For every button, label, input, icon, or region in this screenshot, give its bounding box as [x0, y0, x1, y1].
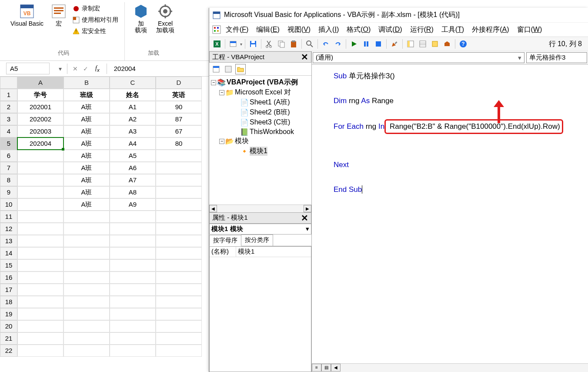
vba-menu-item[interactable]: 外接程序(A) — [468, 24, 512, 35]
cell[interactable] — [110, 211, 156, 223]
close-icon[interactable]: ✕ — [301, 214, 308, 222]
cell[interactable] — [156, 296, 202, 308]
procedure-view-button[interactable]: ≡ — [312, 364, 321, 372]
row-header[interactable]: 15 — [0, 259, 17, 271]
macro-security-button[interactable]: ! 宏安全性 — [71, 27, 119, 36]
object-browser-button[interactable] — [430, 39, 440, 49]
stop-button[interactable] — [373, 39, 384, 49]
name-box[interactable] — [6, 63, 50, 74]
cell[interactable]: A班 — [63, 162, 110, 174]
paste-button[interactable] — [288, 39, 299, 49]
cell[interactable] — [63, 247, 110, 259]
row-header[interactable]: 17 — [0, 284, 17, 296]
accept-formula-button[interactable]: ✓ — [80, 64, 91, 74]
cell[interactable]: A班 — [63, 113, 110, 125]
row-header[interactable]: 21 — [0, 332, 17, 345]
cell[interactable]: A班 — [63, 101, 110, 113]
cell[interactable] — [63, 271, 110, 284]
insert-button[interactable] — [228, 39, 238, 49]
cell[interactable] — [63, 211, 110, 223]
view-object-button[interactable] — [223, 64, 234, 74]
cell[interactable] — [63, 332, 110, 345]
cell[interactable]: A班 — [63, 186, 110, 198]
cell[interactable]: 班级 — [63, 89, 110, 101]
cell[interactable] — [110, 320, 156, 332]
row-header[interactable]: 16 — [0, 271, 17, 284]
row-header[interactable]: 12 — [0, 223, 17, 235]
cancel-formula-button[interactable]: ✕ — [70, 64, 80, 74]
cell[interactable] — [156, 284, 202, 296]
cell[interactable] — [63, 296, 110, 308]
vba-menu-item[interactable]: 运行(R) — [407, 24, 437, 35]
save-button[interactable] — [248, 39, 258, 49]
horizontal-scrollbar[interactable] — [341, 364, 588, 372]
cell[interactable] — [156, 223, 202, 235]
vba-menu-item[interactable]: 工具(T) — [438, 24, 468, 35]
vba-system-icon[interactable] — [212, 25, 221, 34]
cell[interactable] — [63, 259, 110, 271]
cell[interactable] — [17, 211, 63, 223]
vba-menu-item[interactable]: 调试(D) — [375, 24, 405, 35]
project-tree[interactable]: −📚VBAProject (VBA示例 −📁Microsoft Excel 对 … — [209, 76, 311, 204]
cell[interactable] — [63, 235, 110, 247]
cell[interactable]: 学号 — [17, 89, 63, 101]
tab-categorized[interactable]: 按分类序 — [241, 235, 273, 246]
cell[interactable] — [17, 320, 63, 332]
cell[interactable] — [110, 284, 156, 296]
close-icon[interactable]: ✕ — [301, 53, 308, 61]
column-header[interactable]: D — [156, 77, 202, 89]
cell[interactable] — [110, 345, 156, 357]
dropdown-icon[interactable]: ▾ — [240, 42, 242, 47]
object-selector[interactable]: (通用)▾ — [313, 52, 525, 63]
cell[interactable] — [156, 150, 202, 162]
view-excel-button[interactable]: X — [212, 39, 222, 49]
cell[interactable] — [110, 332, 156, 345]
toggle-folders-button[interactable] — [235, 64, 246, 74]
cell[interactable] — [110, 308, 156, 320]
help-button[interactable]: ? — [458, 39, 468, 49]
cell[interactable] — [156, 271, 202, 284]
cell[interactable]: 202001 — [17, 101, 63, 113]
vba-menu-item[interactable]: 窗口(W) — [514, 24, 546, 35]
cell[interactable]: A7 — [110, 174, 156, 186]
copy-button[interactable] — [276, 39, 287, 49]
procedure-selector[interactable]: 单元格操作3 — [526, 52, 587, 63]
cell[interactable]: 80 — [156, 137, 202, 150]
cell[interactable] — [110, 235, 156, 247]
use-relative-button[interactable]: 使用相对引用 — [71, 15, 119, 25]
cell[interactable] — [17, 284, 63, 296]
cell[interactable]: A5 — [110, 150, 156, 162]
row-header[interactable]: 20 — [0, 320, 17, 332]
row-header[interactable]: 6 — [0, 150, 17, 162]
row-header[interactable]: 1 — [0, 89, 17, 101]
cell[interactable] — [156, 235, 202, 247]
view-code-button[interactable] — [211, 64, 221, 74]
row-header[interactable]: 13 — [0, 235, 17, 247]
column-header[interactable]: C — [110, 77, 156, 89]
row-header[interactable]: 10 — [0, 198, 17, 211]
undo-button[interactable] — [321, 39, 331, 49]
cell[interactable] — [17, 296, 63, 308]
cell[interactable]: A1 — [110, 101, 156, 113]
cell[interactable] — [17, 174, 63, 186]
toolbox-button[interactable] — [442, 39, 452, 49]
column-header[interactable]: B — [63, 77, 110, 89]
cell[interactable] — [63, 223, 110, 235]
cell[interactable] — [156, 308, 202, 320]
cell[interactable]: A8 — [110, 186, 156, 198]
row-header[interactable]: 2 — [0, 101, 17, 113]
cell[interactable] — [17, 259, 63, 271]
cell[interactable]: 90 — [156, 101, 202, 113]
cell[interactable] — [17, 198, 63, 211]
cell[interactable]: 202002 — [17, 113, 63, 125]
visual-basic-button[interactable]: VB Visual Basic — [8, 2, 46, 36]
row-header[interactable]: 3 — [0, 113, 17, 125]
select-all-corner[interactable] — [0, 77, 17, 89]
properties-object-selector[interactable]: 模块1 模块▾ — [209, 224, 311, 235]
cell[interactable]: A班 — [63, 125, 110, 137]
excel-addins-button[interactable]: Excel 加载项 — [154, 2, 177, 35]
properties-button[interactable] — [418, 39, 428, 49]
scroll-left-button[interactable]: ◀ — [331, 364, 341, 372]
cell[interactable]: A班 — [63, 150, 110, 162]
cut-button[interactable] — [264, 39, 274, 49]
